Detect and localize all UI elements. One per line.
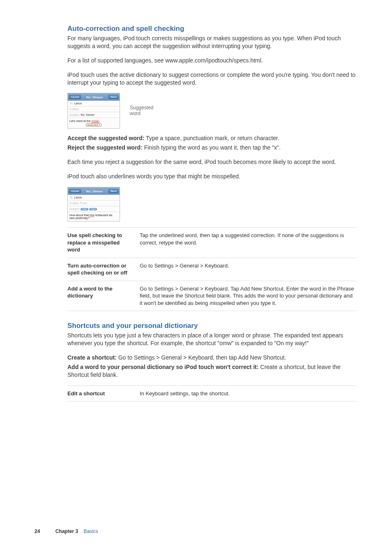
create-text: Go to Settings > General > Keyboard, the… <box>117 354 286 361</box>
add-line: Add a word to your personal dictionary s… <box>67 363 357 379</box>
callout-line1: Suggested <box>130 105 153 111</box>
options-table-2: Edit a shortcut In Keyboard settings, ta… <box>67 385 357 402</box>
to-label: To: <box>69 102 73 105</box>
body-prefix: Let's meet at the <box>69 120 91 122</box>
chip-1: new <box>81 208 88 210</box>
subject-value: Re: Dinner <box>81 113 94 116</box>
heading-autocorrect: Auto-correction and spell checking <box>67 25 357 33</box>
options-table-1: Use spell checking to replace a misspell… <box>67 227 357 311</box>
accept-label: Accept the suggested word: <box>67 135 144 141</box>
mail-compose-mock-2: Cancel Re: Dinner Send To: Lance Cc/Bcc,… <box>67 187 120 221</box>
send-button-2: Send <box>108 189 118 193</box>
add-label: Add a word to your personal dictionary s… <box>67 364 258 370</box>
to-value: Lance <box>74 102 82 105</box>
heading-shortcuts: Shortcuts and your personal dictionary <box>67 322 357 330</box>
table-row: Use spell checking to replace a misspell… <box>67 228 357 258</box>
figure-suggested-word: Cancel Re: Dinner Send To: Lance Cc/Bcc:… <box>67 93 357 129</box>
table-row: Edit a shortcut In Keyboard settings, ta… <box>67 385 357 401</box>
para-mid-5: iPod touch also underlines words you typ… <box>67 173 357 180</box>
reject-line: Reject the suggested word: Finish typing… <box>67 144 357 152</box>
para-mid-4: Each time you reject a suggestion for th… <box>67 158 357 166</box>
para-s1-2-pre: For a list of supported languages, see <box>67 57 165 64</box>
reject-label: Reject the suggested word: <box>67 144 143 151</box>
para-s1-2: For a list of supported languages, see w… <box>67 57 357 65</box>
t1-r2-v: Go to Settings > General > Keyboard. <box>140 258 357 281</box>
t2-r1-k: Edit a shortcut <box>67 385 140 401</box>
suggestion-bubble: restaurant × <box>86 123 101 127</box>
t1-r3-k: Add a word to the dictionary <box>67 281 140 311</box>
chapter-label: Chapter 3 <box>55 528 78 534</box>
subject-label-2: Subject: <box>69 208 80 210</box>
cancel-button: Cancel <box>69 95 81 99</box>
typed-fragment: restau <box>91 120 99 122</box>
accept-line: Accept the suggested word: Type a space,… <box>67 134 357 142</box>
mail-body-2: How about that nrw restaurant we saw yes… <box>68 212 120 221</box>
send-button: Send <box>108 95 118 99</box>
chip-2: new <box>89 208 97 210</box>
t1-r1-k: Use spell checking to replace a misspell… <box>67 228 140 258</box>
specs-link[interactable]: www.apple.com/ipodtouch/specs.html <box>165 57 261 64</box>
table-row: Turn auto-correction or spell checking o… <box>67 258 357 281</box>
mail-body-1: Let's meet at the restau restaurant × <box>68 118 120 128</box>
subject-label: Subject: <box>69 113 80 116</box>
callout-line2: word <box>130 111 153 117</box>
cancel-button-2: Cancel <box>69 189 81 193</box>
para-s1-2-post: . <box>261 57 263 64</box>
create-label: Create a shortcut: <box>67 354 117 361</box>
mock1-title: Re: Dinner <box>86 95 103 99</box>
para-s1-1: For many languages, iPod touch corrects … <box>67 35 357 50</box>
body2-pre: How about that <box>69 214 90 217</box>
para-s2-1: Shortcuts lets you type just a few chara… <box>67 332 357 347</box>
create-line: Create a shortcut: Go to Settings > Gene… <box>67 354 357 362</box>
t2-r1-v: In Keyboard settings, tap the shortcut. <box>140 385 357 401</box>
ccbcc-row: Cc/Bcc: <box>68 106 120 112</box>
callout-suggested-word: Suggested word <box>130 105 153 117</box>
t1-r2-k: Turn auto-correction or spell checking o… <box>67 258 140 281</box>
page-footer: 24 Chapter 3 Basics <box>35 528 98 534</box>
reject-text: Finish typing the word as you want it, t… <box>143 144 281 151</box>
t1-r1-v: Tap the underlined word, then tap a sugg… <box>140 228 357 258</box>
to-label-2: To: <box>69 196 73 199</box>
accept-text: Type a space, punctuation mark, or retur… <box>144 135 279 141</box>
subject-row-2: Subject: newnew <box>68 206 120 212</box>
mock2-title: Re: Dinner <box>86 189 103 193</box>
to-value-2: Lance <box>74 196 82 199</box>
body2-underlined: nrw <box>90 214 94 217</box>
figure-misspelled: Cancel Re: Dinner Send To: Lance Cc/Bcc,… <box>67 187 357 221</box>
para-s1-3: iPod touch uses the active dictionary to… <box>67 71 357 87</box>
page-number: 24 <box>35 528 40 534</box>
t1-r3-v: Go to Settings > General > Keyboard. Tap… <box>140 281 357 311</box>
mail-compose-mock-1: Cancel Re: Dinner Send To: Lance Cc/Bcc:… <box>67 93 120 129</box>
chapter-name: Basics <box>83 528 98 534</box>
table-row: Add a word to the dictionary Go to Setti… <box>67 281 357 311</box>
ccbcc-row-2: Cc/Bcc, From: <box>68 201 120 206</box>
